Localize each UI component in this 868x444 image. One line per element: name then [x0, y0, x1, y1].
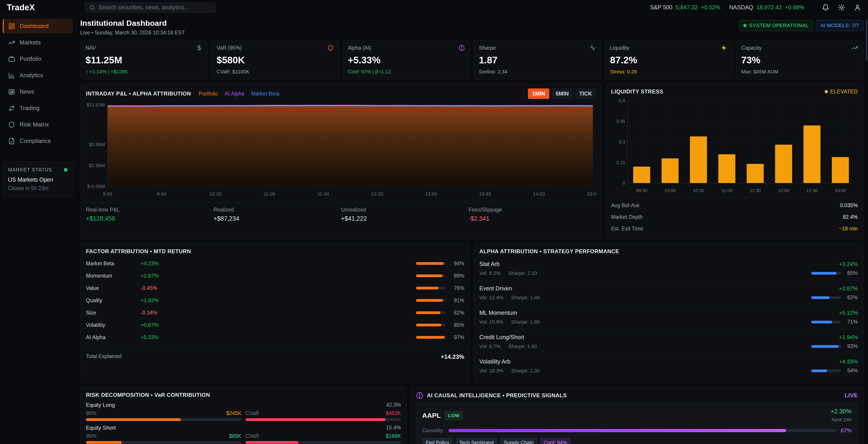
factor-row: Momentum+2.87%89%	[86, 270, 464, 282]
signal-ticker: AAPL	[422, 412, 441, 419]
factor-row: Volatility+0.67%85%	[86, 319, 464, 331]
risk-row: Equity Long42.3% 95%$245K CVaR$452K	[86, 402, 401, 421]
factor-pct: 94%	[445, 260, 464, 267]
kpi-label: NAV	[86, 45, 96, 51]
pnl-panel-title: INTRADAY P&L • ALPHA ATTRIBUTION	[86, 91, 191, 97]
ticker-change: +0.68%	[785, 4, 805, 11]
svg-text:12:20: 12:20	[371, 191, 383, 196]
sidebar-item-risk-matrix[interactable]: Risk Matrix	[3, 117, 73, 132]
risk-name: Equity Short	[86, 424, 116, 431]
settings-gear-icon[interactable]	[838, 4, 845, 11]
newspaper-icon	[8, 89, 15, 95]
user-icon[interactable]	[854, 4, 861, 11]
trending-up-icon	[8, 39, 15, 46]
kpi-card-capacity: Capacity 73% Max: $45M AUM	[736, 40, 863, 80]
liquidity-panel-title: LIQUIDITY STRESS	[611, 89, 663, 95]
sidebar-item-label: Compliance	[20, 137, 51, 145]
factor-value: +1.92%	[141, 297, 177, 304]
market-closes-text: Closes in 5h 23m	[8, 185, 67, 191]
kpi-sub: CVaR: $1100K	[217, 69, 334, 75]
strategy-change: +5.12%	[839, 310, 858, 316]
brain-icon	[458, 45, 465, 51]
strategy-pct: 93%	[844, 343, 858, 349]
sidebar-item-markets[interactable]: Markets	[3, 35, 73, 50]
factor-name: AI Alpha	[86, 335, 141, 341]
ticker-nasdaq: NASDAQ 18,972.42 +0.68%	[729, 4, 804, 11]
stat-value: +$41,222	[341, 215, 469, 222]
sidebar-item-trading[interactable]: Trading	[3, 101, 73, 116]
strategy-name: Credit Long/Short	[479, 334, 524, 341]
kpi-sub: Sortino: 2.34	[479, 69, 596, 75]
stat-value: 82.4%	[843, 214, 858, 220]
factor-name: Quality	[86, 297, 141, 304]
svg-text:$2.95M: $2.95M	[89, 163, 105, 168]
sidebar-item-portfolio[interactable]: Portfolio	[3, 52, 73, 66]
trending-up-icon	[852, 45, 858, 51]
stat-label: Real-time P&L	[86, 207, 214, 213]
factor-row: Quality+1.92%91%	[86, 295, 464, 306]
strategy-vol: Vol: 8.2%	[479, 270, 501, 276]
svg-text:$5.95M: $5.95M	[89, 142, 105, 147]
causality-bar	[448, 429, 837, 432]
search-input[interactable]	[98, 4, 211, 11]
stat-label: Market Depth	[611, 214, 643, 220]
signal-horizon: Next 24h	[831, 417, 851, 423]
svg-text:14:20: 14:20	[533, 191, 545, 196]
risk-row: Equity Short15.4% 95%$89K CVaR$168K	[86, 424, 401, 444]
strategy-pct: 85%	[844, 270, 858, 276]
ai-models-label: AI MODELS: 7/7	[820, 23, 859, 29]
sidebar-item-compliance[interactable]: Compliance	[3, 133, 73, 148]
search-bar[interactable]	[85, 2, 216, 13]
timeframe-1min-button[interactable]: 1MIN	[528, 89, 549, 99]
kpi-card-nav: NAV $11.25M ↑ +1.14% | +$128K	[80, 40, 208, 80]
strategy-sharpe: Sharpe: 1.80	[511, 319, 540, 325]
svg-text:15:00: 15:00	[587, 191, 596, 196]
risk-panel-title: RISK DECOMPOSITION • VaR CONTRIBUTION	[86, 392, 401, 398]
strategy-change: +4.33%	[839, 358, 858, 365]
legend-market-beta[interactable]: Market Beta	[251, 91, 279, 97]
sidebar: Dashboard Markets Portfolio Analytics Ne…	[0, 15, 76, 444]
legend-portfolio[interactable]: Portfolio	[199, 91, 218, 97]
factor-row: Market Beta+4.23%94%	[86, 258, 464, 269]
sidebar-item-label: Trading	[20, 105, 39, 112]
svg-text:11:40: 11:40	[317, 191, 329, 196]
factor-panel-title: FACTOR ATTRIBUTION • MTD RETURN	[86, 248, 464, 255]
kpi-value: +5.33%	[348, 55, 465, 66]
factor-row: AI Alpha+5.33%97%	[86, 331, 464, 343]
sidebar-item-dashboard[interactable]: Dashboard	[3, 19, 73, 33]
kpi-label: Capacity	[741, 45, 762, 51]
divider	[813, 4, 813, 11]
briefcase-icon	[8, 56, 15, 62]
stat-label: Avg Bid-Ask	[611, 202, 640, 209]
elevated-badge: ELEVATED	[825, 89, 858, 95]
timeframe-tick-button[interactable]: TICK	[575, 89, 596, 99]
stat-label: Realized	[214, 207, 341, 213]
strategy-vol: Vol: 12.4%	[479, 295, 503, 300]
shield-icon	[327, 45, 334, 51]
sidebar-item-analytics[interactable]: Analytics	[3, 68, 73, 83]
factor-pct: 97%	[445, 335, 464, 341]
factor-pct: 76%	[445, 285, 464, 291]
svg-text:9:00: 9:00	[103, 191, 113, 196]
page-title: Institutional Dashboard	[80, 19, 185, 28]
svg-text:13:00: 13:00	[425, 191, 437, 196]
risk-weight: 42.3%	[386, 402, 401, 408]
strategy-name: Volatility Arb	[479, 358, 510, 365]
pnl-panel: INTRADAY P&L • ALPHA ATTRIBUTION Portfol…	[80, 84, 602, 239]
bell-icon[interactable]	[822, 4, 829, 11]
svg-text:11:00: 11:00	[721, 188, 732, 193]
factor-value: +2.87%	[141, 273, 177, 279]
svg-text:11:30: 11:30	[750, 188, 761, 193]
signal-tag: Supply Chain	[500, 438, 537, 444]
vertical-scrollbar[interactable]	[866, 20, 867, 61]
legend-ai-alpha[interactable]: AI Alpha	[225, 91, 244, 97]
cvar-label: CVaR	[246, 410, 259, 416]
factor-name: Value	[86, 285, 141, 291]
sidebar-item-news[interactable]: News	[3, 84, 73, 99]
timeframe-5min-button[interactable]: 5MIN	[552, 89, 573, 99]
var-value: $89K	[229, 433, 241, 439]
strategy-row: Stat Arb+3.24% Vol: 8.2%Sharpe: 2.10 85%	[479, 256, 858, 281]
ticker-label: S&P 500	[650, 4, 673, 11]
svg-text:10:30: 10:30	[693, 188, 704, 193]
strategy-name: Stat Arb	[479, 261, 500, 267]
